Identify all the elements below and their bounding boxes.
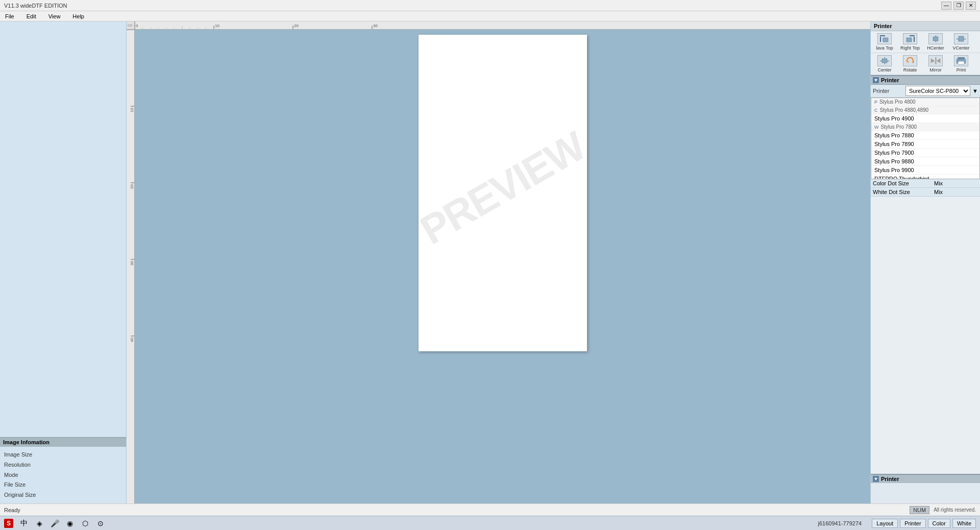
rights-text: All rights reserved. bbox=[934, 507, 976, 513]
minimize-button[interactable]: — bbox=[941, 2, 951, 10]
svg-rect-29 bbox=[880, 37, 881, 42]
tool-print[interactable]: Print bbox=[950, 55, 972, 73]
print-label: Print bbox=[957, 67, 966, 73]
right-status: NUM All rights reserved. bbox=[910, 506, 976, 514]
printer-list-item-9880[interactable]: Stylus Pro 9880 bbox=[871, 157, 979, 166]
tool-center[interactable]: Center bbox=[874, 55, 895, 73]
bottom-toolbar: S 中 ◈ 🎤 ◉ ⬡ ⊙ j6160941-779274 Layout Pri… bbox=[0, 516, 980, 530]
bottom-tool-6[interactable]: ⬡ bbox=[81, 519, 90, 528]
main-layout: Image Infomation Image Size Resolution M… bbox=[0, 21, 980, 503]
ruler-vertical: 10 20 30 40 bbox=[127, 30, 135, 503]
svg-rect-0 bbox=[135, 21, 870, 30]
mode-row: Mode bbox=[4, 470, 122, 480]
printer-section-header: ▼ Printer bbox=[871, 76, 980, 85]
printer-section: ▼ Printer Printer SureColor SC-P800 ▼ P … bbox=[871, 75, 980, 197]
menu-help[interactable]: Help bbox=[69, 12, 87, 20]
mirror-icon-svg: ! bbox=[930, 56, 941, 65]
status-bar: Ready NUM All rights reserved. bbox=[0, 503, 980, 516]
svg-rect-37 bbox=[959, 36, 964, 41]
tool-mirror[interactable]: ! Mirror bbox=[925, 55, 946, 73]
device-id: j6160941-779274 bbox=[818, 520, 862, 526]
svg-text:20: 20 bbox=[130, 184, 134, 189]
lava-top-label: lava Top bbox=[876, 45, 893, 51]
printer-section-label: Printer bbox=[881, 77, 899, 83]
printer-list[interactable]: P Stylus Pro 4800 C Stylus Pro 4880,4890… bbox=[871, 98, 980, 179]
printer-list-item-4800[interactable]: P Stylus Pro 4800 bbox=[871, 98, 979, 106]
print-icon bbox=[954, 55, 968, 66]
bottom-tool-5[interactable]: ◉ bbox=[65, 519, 75, 528]
svg-text:!: ! bbox=[934, 60, 935, 64]
rotate-label: Rotate bbox=[903, 67, 917, 73]
svg-rect-32 bbox=[914, 37, 915, 42]
printer-area-2 bbox=[871, 483, 980, 503]
h-center-icon bbox=[930, 34, 941, 43]
svg-text:10: 10 bbox=[215, 23, 219, 28]
svg-text:20: 20 bbox=[294, 23, 299, 28]
svg-text:!: ! bbox=[908, 60, 909, 64]
svg-rect-30 bbox=[883, 38, 888, 42]
white-dot-size-label: White Dot Size bbox=[873, 189, 934, 195]
document-paper: PREVIEW bbox=[419, 35, 587, 351]
printer-panel-header: Printer bbox=[871, 21, 980, 31]
tool-lava-top[interactable]: lava Top bbox=[874, 33, 895, 51]
bottom-tool-zhong[interactable]: 中 bbox=[19, 519, 29, 528]
printer-label: Printer bbox=[873, 88, 903, 94]
hcenter-label: HCenter bbox=[927, 45, 944, 51]
ruler-horizontal: 0 10 20 30 bbox=[135, 21, 870, 30]
bottom-tool-7[interactable]: ⊙ bbox=[96, 519, 105, 528]
bottom-tool-s[interactable]: S bbox=[4, 519, 13, 528]
menu-file[interactable]: File bbox=[2, 12, 17, 20]
restore-button[interactable]: ❐ bbox=[953, 2, 964, 10]
tool-vcenter[interactable]: VCenter bbox=[950, 33, 972, 51]
image-info-header: Image Infomation bbox=[0, 437, 126, 447]
color-dot-size-row: Color Dot Size Mix bbox=[871, 179, 980, 188]
printer-list-item-7890[interactable]: Stylus Pro 7890 bbox=[871, 140, 979, 149]
tool-right-top[interactable]: Right Top bbox=[899, 33, 921, 51]
tool-hcenter[interactable]: HCenter bbox=[925, 33, 946, 51]
v-center-icon bbox=[955, 34, 967, 43]
tab-white[interactable]: White bbox=[952, 519, 976, 528]
svg-text:10: 10 bbox=[130, 108, 134, 112]
close-button[interactable]: ✕ bbox=[966, 2, 976, 10]
image-details: Image Size Resolution Mode File Size Ori… bbox=[0, 447, 126, 503]
bottom-tool-mic[interactable]: 🎤 bbox=[50, 519, 59, 528]
rotate-icon-svg: ! bbox=[904, 56, 916, 65]
bottom-tool-3[interactable]: ◈ bbox=[35, 519, 44, 528]
num-badge: NUM bbox=[910, 506, 929, 514]
vcenter-label: VCenter bbox=[952, 45, 969, 51]
printer-list-item-7800[interactable]: W Stylus Pro 7800 bbox=[871, 123, 979, 131]
printer-list-item-4880[interactable]: C Stylus Pro 4880,4890 bbox=[871, 106, 979, 114]
menu-edit[interactable]: Edit bbox=[23, 12, 39, 20]
left-sidebar: Image Infomation Image Size Resolution M… bbox=[0, 21, 127, 503]
app-title: V11.3 wideDTF EDITION bbox=[4, 3, 67, 9]
printer-list-item-7900[interactable]: Stylus Pro 7900 bbox=[871, 149, 979, 157]
original-size-row: Original Size bbox=[4, 490, 122, 500]
zhong-icon: 中 bbox=[19, 519, 29, 528]
tab-color[interactable]: Color bbox=[928, 519, 950, 528]
mirror-label: Mirror bbox=[929, 67, 942, 73]
tool-7-icon: ⊙ bbox=[96, 519, 105, 528]
printer-list-item-dtfpro[interactable]: DTFPRO Thunderbird bbox=[871, 175, 979, 179]
printer-dropdown-arrow[interactable]: ▼ bbox=[972, 88, 978, 94]
right-panel: Printer lava Top bbox=[870, 21, 980, 503]
print-icon-svg bbox=[955, 56, 967, 65]
printer-list-item-9900[interactable]: Stylus Pro 9900 bbox=[871, 166, 979, 175]
collapse-printer-2-btn[interactable]: ▼ bbox=[873, 476, 879, 482]
systray: j6160941-779274 bbox=[818, 520, 862, 526]
tab-layout[interactable]: Layout bbox=[872, 519, 898, 528]
ruler-corner: cm bbox=[127, 21, 135, 30]
printer-list-item-7880[interactable]: Stylus Pro 7880 bbox=[871, 131, 979, 140]
tool-rotate[interactable]: ! Rotate bbox=[899, 55, 921, 73]
ruler-v-svg: 10 20 30 40 bbox=[127, 30, 135, 503]
tab-printer[interactable]: Printer bbox=[900, 519, 925, 528]
printer-dropdown[interactable]: SureColor SC-P800 bbox=[905, 86, 970, 96]
svg-rect-47 bbox=[958, 57, 965, 59]
svg-rect-43 bbox=[936, 57, 936, 64]
collapse-printer-btn[interactable]: ▼ bbox=[873, 77, 879, 83]
center-icon bbox=[877, 55, 892, 66]
menu-view[interactable]: View bbox=[45, 12, 64, 20]
file-size-row: File Size bbox=[4, 480, 122, 490]
svg-rect-49 bbox=[958, 61, 964, 64]
printer-list-item-4900[interactable]: Stylus Pro 4900 bbox=[871, 114, 979, 123]
title-bar: V11.3 wideDTF EDITION — ❐ ✕ bbox=[0, 0, 980, 11]
